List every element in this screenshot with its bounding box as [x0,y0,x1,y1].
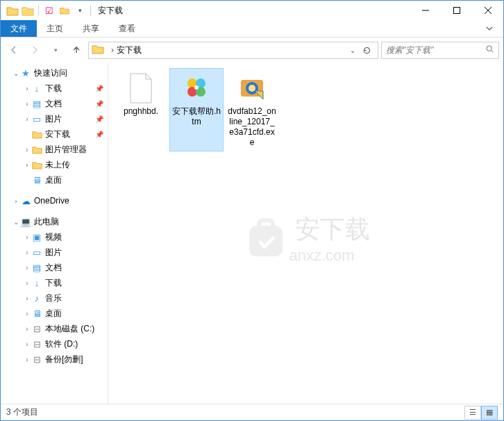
tree-backup[interactable]: › ⊟ 备份[勿删] [1,352,108,367]
folder-open-icon [22,4,34,17]
pictures-icon: ▭ [31,113,42,124]
window-controls [410,1,503,20]
tree-pc-documents[interactable]: › ▤ 文档 [1,260,108,275]
address-chevron-icon[interactable]: › [108,45,117,55]
pictures-icon: ▭ [31,247,42,258]
disk-icon: ⊟ [31,354,42,365]
folder-icon [6,4,19,17]
qat-dropdown-icon[interactable]: ▾ [74,4,86,17]
star-icon: ★ [20,67,31,79]
file-exe-icon [235,72,269,105]
file-item[interactable]: dvdfab12_online_12017_e3a71cfd.exe [225,68,279,151]
tab-home[interactable]: 主页 [37,20,73,37]
desktop-icon: 🖥 [31,174,42,185]
maximize-button[interactable] [441,1,472,20]
file-label: pnghhbd. [124,106,158,117]
minimize-button[interactable] [410,1,441,20]
cloud-icon: ☁ [20,195,31,206]
ribbon-expand-icon[interactable] [481,20,498,37]
close-button[interactable] [472,1,503,20]
video-icon: ▣ [31,231,42,242]
disk-icon: ⊟ [31,338,42,349]
view-icons-button[interactable]: ▦ [481,406,498,420]
quick-access-toolbar: ☑ ▾ [1,4,92,17]
tab-view[interactable]: 查看 [109,20,145,37]
address-folder-icon [92,44,104,56]
status-text: 3 个项目 [6,406,38,418]
search-box[interactable] [381,42,499,59]
nav-history-dropdown[interactable]: ▾ [47,41,65,59]
tree-desktop[interactable]: 🖥 桌面 [1,172,108,188]
file-label: 安下载帮助.htm [171,106,221,127]
checkbox-icon[interactable]: ☑ [43,4,56,17]
tree-pictures[interactable]: › ▭ 图片 📌 [1,111,108,126]
statusbar: 3 个项目 ☰ ▦ [1,404,503,420]
caret-down-icon[interactable]: ⌄ [12,218,20,226]
desktop-icon: 🖥 [31,308,42,319]
file-generic-icon [124,72,158,105]
search-icon[interactable] [485,44,494,56]
view-toggle: ☰ ▦ [464,406,498,420]
svg-rect-15 [259,220,273,230]
address-box[interactable]: › 安下载 ⌄ [88,42,378,59]
tree-not-uploaded[interactable]: › 未上传 [1,157,108,172]
nav-up-button[interactable] [67,41,85,59]
nav-tree[interactable]: ⌄ ★ 快速访问 › ↓ 下载 📌 › ▤ 文档 📌 › ▭ 图片 📌 安下载 … [1,63,108,404]
tree-pc-pictures[interactable]: › ▭ 图片 [1,245,108,260]
document-icon: ▤ [31,98,42,109]
document-icon: ▤ [31,262,42,273]
ribbon-tabs: 文件 主页 共享 查看 [1,20,503,38]
tree-downloads[interactable]: › ↓ 下载 📌 [1,81,108,96]
pin-icon: 📌 [95,100,103,108]
svg-rect-1 [453,8,460,14]
tree-pc-downloads[interactable]: › ↓ 下载 [1,275,108,290]
file-label: dvdfab12_online_12017_e3a71cfd.exe [227,106,277,148]
file-grid: pnghhbd. 安下载帮助.htm [108,63,503,157]
address-path: 安下载 [117,44,347,56]
tree-music[interactable]: › ♪ 音乐 [1,290,108,306]
download-icon: ↓ [31,83,42,94]
refresh-button[interactable] [358,42,375,58]
file-html-icon [180,72,213,105]
pin-icon: 📌 [95,131,103,138]
tree-quick-access[interactable]: ⌄ ★ 快速访问 [1,65,108,81]
caret-down-icon[interactable]: ⌄ [12,69,20,77]
download-icon: ↓ [31,277,42,288]
tab-share[interactable]: 共享 [73,20,109,37]
tree-this-pc[interactable]: ⌄ 💻 此电脑 [1,214,108,229]
svg-line-5 [492,51,494,53]
tree-videos[interactable]: › ▣ 视频 [1,229,108,245]
content-area[interactable]: pnghhbd. 安下载帮助.htm [108,63,503,404]
disk-icon: ⊟ [31,323,42,334]
svg-rect-14 [249,226,283,256]
tree-documents[interactable]: › ▤ 文档 📌 [1,96,108,111]
folder-icon [31,159,42,170]
pin-icon: 📌 [95,115,103,123]
pc-icon: 💻 [20,216,31,227]
titlebar: ☑ ▾ 安下载 [1,1,503,20]
music-icon: ♪ [31,292,42,304]
file-item[interactable]: 安下载帮助.htm [169,68,224,151]
view-details-button[interactable]: ☰ [464,406,481,420]
tree-anxz[interactable]: 安下载 📌 [1,126,108,142]
tree-pc-desktop[interactable]: › 🖥 桌面 [1,306,108,321]
window-title: 安下载 [98,5,123,17]
search-input[interactable] [386,45,485,55]
folder-icon [31,144,42,155]
pin-icon: 📌 [95,85,103,92]
folder-small-icon [58,4,71,17]
svg-point-4 [487,46,492,51]
svg-point-10 [194,85,199,90]
tab-file[interactable]: 文件 [1,20,37,37]
tree-onedrive[interactable]: › ☁ OneDrive [1,193,108,208]
file-item[interactable]: pnghhbd. [114,68,168,151]
tree-pic-manager[interactable]: › 图片管理器 [1,142,108,157]
address-dropdown-icon[interactable]: ⌄ [347,47,358,54]
tree-software-d[interactable]: › ⊟ 软件 (D:) [1,336,108,352]
address-bar-row: ▾ › 安下载 ⌄ [1,38,503,63]
watermark: 安下载 anxz.com [242,213,370,265]
tree-local-disk-c[interactable]: › ⊟ 本地磁盘 (C:) [1,321,108,336]
nav-back-button[interactable] [5,41,23,59]
nav-forward-button[interactable] [26,41,44,59]
folder-icon [31,129,42,140]
